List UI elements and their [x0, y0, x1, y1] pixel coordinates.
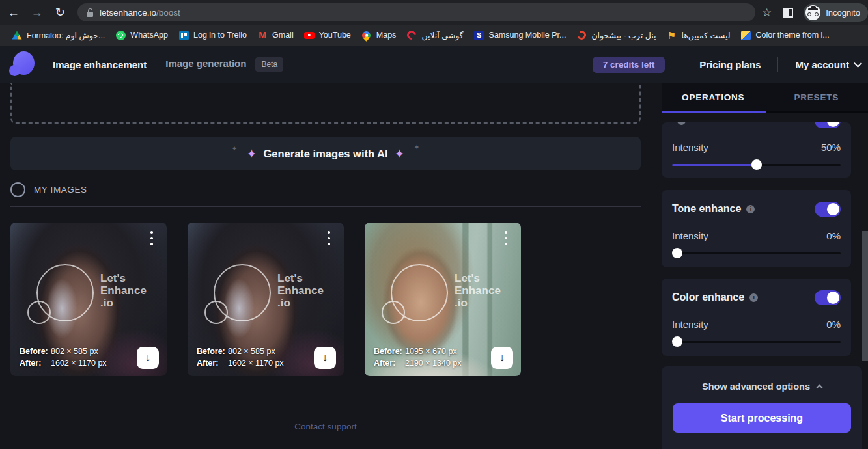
bookmark-samsung[interactable]: S Samsung Mobile Pr... — [469, 27, 572, 43]
bookmark-gooshi-online[interactable]: گوشی آنلاین — [401, 27, 468, 43]
slider-thumb[interactable] — [751, 159, 762, 170]
show-advanced-options[interactable]: Show advanced options — [673, 377, 851, 396]
contact-support-link[interactable]: Contact support — [10, 422, 641, 431]
reload-icon[interactable]: ↻ — [50, 3, 70, 22]
my-images-header: MY IMAGES — [10, 182, 87, 197]
bookmark-campaign-list[interactable]: ⚑ لیست کمپین‌ها — [661, 27, 735, 43]
active-tab-indicator — [662, 111, 766, 113]
image-card[interactable]: Let'sEnhance.io Before:802 × 585 px Afte… — [10, 223, 167, 376]
letsenhance-logo-icon[interactable] — [9, 51, 34, 77]
download-button[interactable]: ↓ — [137, 347, 159, 369]
card-menu-icon[interactable] — [499, 231, 512, 245]
sparkle-icon: ✦ — [413, 143, 419, 152]
image-card[interactable]: Let'sEnhance.io Before:802 × 585 px Afte… — [188, 223, 344, 376]
slider-thumb[interactable] — [672, 248, 682, 258]
image-card[interactable]: Let'sEnhance.io Before:1095 × 670 px Aft… — [365, 223, 521, 376]
bookmark-color-theme[interactable]: Color theme from i... — [736, 27, 835, 43]
flag-icon: ⚑ — [666, 30, 677, 40]
tab-operations[interactable]: OPERATIONS — [662, 83, 765, 111]
intensity-slider[interactable] — [672, 336, 841, 347]
download-button[interactable]: ↓ — [491, 347, 513, 369]
letsenhance-watermark: Let'sEnhance.io — [379, 263, 509, 334]
drive-icon — [12, 30, 22, 40]
start-processing-button[interactable]: Start processing — [673, 403, 851, 433]
sparkle-icon: ✦ — [231, 144, 237, 153]
my-account-menu[interactable]: My account — [795, 59, 861, 70]
address-bar[interactable]: letsenhance.io/boost — [77, 3, 755, 21]
incognito-badge: Incognito — [804, 3, 868, 22]
color-enhance-toggle[interactable] — [815, 290, 841, 305]
letsenhance-watermark: Let'sEnhance.io — [25, 263, 155, 334]
sparkle-icon: ✦ — [395, 146, 405, 161]
browser-toolbar: ← → ↻ letsenhance.io/boost ☆ Incognito — [0, 0, 868, 25]
bookmark-maps[interactable]: Maps — [356, 27, 402, 43]
sparkle-icon: ✦ — [247, 146, 257, 161]
image-grid: Let'sEnhance.io Before:802 × 585 px Afte… — [10, 223, 542, 376]
select-all-checkbox[interactable] — [10, 182, 25, 197]
operation-card-upscale: i Intensity 50% — [662, 122, 851, 178]
beta-badge: Beta — [255, 57, 283, 72]
operation-card-color-enhance: Color enhance i Intensity 0% — [662, 279, 851, 356]
chevron-up-icon — [817, 385, 823, 391]
red-ring-icon — [406, 30, 417, 40]
forward-icon[interactable]: → — [27, 3, 47, 22]
operation-card-tone-enhance: Tone enhance i Intensity 0% — [662, 190, 851, 267]
youtube-icon — [304, 30, 315, 40]
download-arrow-icon: ↓ — [145, 351, 151, 364]
image-dimensions: Before:802 × 585 px After:1602 × 1170 px — [197, 346, 284, 369]
intensity-slider[interactable] — [672, 159, 841, 170]
bookmark-torob[interactable]: پنل ترب - پیشخوان — [571, 27, 661, 43]
image-dimensions: Before:1095 × 670 px After:2190 × 1340 p… — [374, 346, 462, 369]
nav-image-generation[interactable]: Image generationBeta — [165, 57, 283, 72]
pricing-plans-link[interactable]: Pricing plans — [699, 59, 761, 70]
download-arrow-icon: ↓ — [499, 351, 505, 364]
download-button[interactable]: ↓ — [314, 347, 336, 369]
page: Image enhancement Image generationBeta 7… — [0, 46, 868, 449]
card-menu-icon[interactable] — [145, 231, 158, 245]
info-icon[interactable]: i — [677, 122, 686, 125]
card-menu-icon[interactable] — [322, 231, 335, 245]
side-panel-icon[interactable] — [783, 8, 793, 18]
slider-thumb[interactable] — [672, 336, 682, 347]
info-icon[interactable]: i — [749, 293, 758, 302]
maps-icon — [361, 30, 372, 40]
generate-images-button[interactable]: ✦ ✦ Generate images with AI ✦ ✦ — [10, 137, 641, 170]
tone-enhance-toggle[interactable] — [815, 202, 841, 217]
bookmark-whatsapp[interactable]: WhatsApp — [110, 27, 173, 43]
operation-toggle[interactable] — [815, 122, 841, 128]
image-dimensions: Before:802 × 585 px After:1602 × 1170 px — [20, 346, 107, 369]
torob-icon — [576, 30, 587, 40]
bookmark-youtube[interactable]: YouTube — [299, 27, 356, 43]
app-header: Image enhancement Image generationBeta 7… — [0, 46, 868, 83]
samsung-icon: S — [474, 30, 484, 40]
palette-icon — [741, 30, 751, 40]
bookmarks-bar: Formaloo: خوش اوم... WhatsApp Log in to … — [0, 25, 868, 46]
nav-image-enhancement[interactable]: Image enhancement — [53, 59, 147, 70]
download-arrow-icon: ↓ — [322, 351, 328, 364]
info-icon[interactable]: i — [746, 205, 755, 213]
bookmark-star-icon[interactable]: ☆ — [762, 6, 772, 20]
lock-icon — [87, 8, 93, 17]
my-images-label: MY IMAGES — [34, 185, 87, 195]
letsenhance-watermark: Let'sEnhance.io — [202, 263, 332, 334]
tab-presets[interactable]: PRESETS — [765, 83, 868, 111]
whatsapp-icon — [115, 30, 126, 40]
bookmark-gmail[interactable]: M Gmail — [252, 27, 299, 43]
sidebar-tabs: OPERATIONS PRESETS — [662, 83, 868, 113]
bookmark-formaloo[interactable]: Formaloo: خوش اوم... — [7, 27, 110, 43]
chevron-down-icon — [854, 59, 862, 68]
credits-badge[interactable]: 7 credits left — [593, 57, 665, 73]
sidebar-scrollbar[interactable] — [862, 231, 868, 361]
incognito-icon — [805, 5, 820, 20]
upload-dropzone[interactable] — [10, 83, 641, 124]
back-icon[interactable]: ← — [4, 3, 23, 22]
bookmark-trello[interactable]: Log in to Trello — [173, 27, 252, 43]
processing-panel: Show advanced options Start processing — [662, 366, 862, 449]
trello-icon — [178, 30, 189, 40]
gmail-icon: M — [257, 30, 268, 40]
intensity-slider[interactable] — [672, 248, 841, 258]
url-text: letsenhance.io/boost — [100, 8, 180, 18]
divider — [10, 206, 641, 207]
